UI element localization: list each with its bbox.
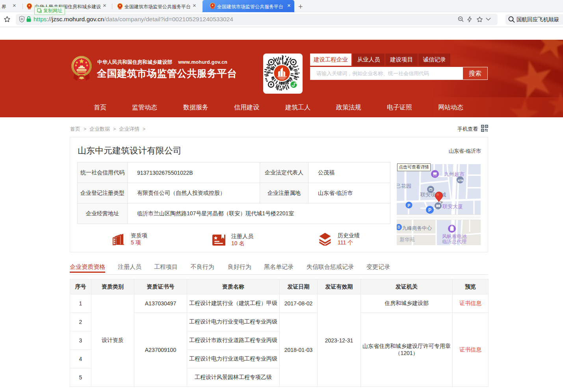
svg-text:联安大厦: 联安大厦: [442, 203, 463, 209]
svg-text:风帆蓄电池: 风帆蓄电池: [442, 234, 467, 239]
svg-text:临沂总代理: 临沂总代理: [442, 239, 467, 244]
svg-text:己花园: 己花园: [397, 183, 411, 189]
svg-text:新华苑: 新华苑: [399, 237, 415, 242]
svg-text:P: P: [408, 203, 411, 208]
svg-text:B: B: [398, 225, 400, 229]
svg-text:ATM: ATM: [458, 179, 464, 182]
svg-text:九州超市: 九州超市: [444, 171, 465, 177]
svg-text:九峰商务中心: 九峰商务中心: [402, 226, 432, 231]
svg-text:P: P: [428, 207, 431, 213]
